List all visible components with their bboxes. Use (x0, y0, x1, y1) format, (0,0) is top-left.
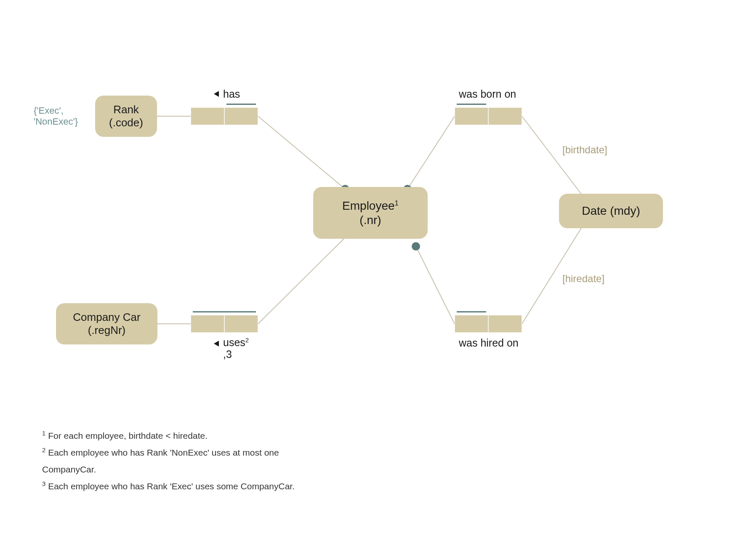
entity-companycar: Company Car (.regNr) (56, 303, 157, 344)
entity-rank-ref: (.code) (109, 116, 143, 129)
entity-date: Date (mdy) (559, 194, 663, 228)
uniqueness-bar-has (226, 104, 256, 105)
footnote-3: 3 Each employee who has Rank 'Exec' uses… (42, 478, 320, 495)
predicate-uses-roles (191, 315, 258, 333)
predicate-uses-label: uses2 ,3 (223, 337, 249, 360)
predicate-wasbornon-roles (455, 107, 522, 125)
entity-employee-name: Employee1 (342, 199, 399, 213)
svg-line-6 (416, 246, 455, 324)
entity-rank-name: Rank (113, 103, 139, 116)
svg-line-3 (258, 237, 345, 324)
predicate-wasbornon-label: was born on (459, 88, 516, 100)
role-cell (455, 315, 488, 333)
svg-line-1 (258, 116, 345, 189)
entity-date-name: Date (mdy) (582, 204, 640, 218)
constraint-rank-values: {'Exec', 'NonExec'} (34, 105, 78, 127)
entity-companycar-name: Company Car (73, 311, 140, 324)
uniqueness-bar-wasbornon (457, 104, 486, 105)
role-cell (488, 107, 522, 125)
predicate-has-label: has (223, 88, 240, 100)
role-cell (224, 107, 258, 125)
footnote-2: 2 Each employee who has Rank 'NonExec' u… (42, 444, 320, 478)
rolename-birthdate: [birthdate] (562, 144, 607, 156)
role-cell (455, 107, 488, 125)
reading-arrow-has (214, 91, 219, 97)
reading-arrow-uses (214, 341, 219, 347)
svg-line-4 (407, 116, 455, 189)
predicate-has-roles (191, 107, 258, 125)
predicate-washiredon-label: was hired on (459, 337, 519, 349)
role-cell (224, 315, 258, 333)
svg-line-5 (522, 116, 583, 196)
entity-rank: Rank (.code) (95, 96, 157, 137)
rolename-hiredate: [hiredate] (562, 273, 604, 285)
entity-employee-ref: (.nr) (359, 213, 381, 227)
uniqueness-bar-washiredon (457, 311, 486, 312)
svg-point-10 (412, 242, 420, 251)
diagram-canvas: Rank (.code) {'Exec', 'NonExec'} Company… (0, 0, 756, 539)
predicate-washiredon-roles (455, 315, 522, 333)
uniqueness-bar-uses (193, 311, 256, 312)
role-cell (488, 315, 522, 333)
footnotes: 1 For each employee, birthdate < hiredat… (42, 427, 320, 495)
role-cell (191, 315, 224, 333)
role-cell (191, 107, 224, 125)
entity-companycar-ref: (.regNr) (88, 324, 126, 337)
footnote-1: 1 For each employee, birthdate < hiredat… (42, 427, 320, 444)
entity-employee: Employee1 (.nr) (313, 187, 428, 239)
